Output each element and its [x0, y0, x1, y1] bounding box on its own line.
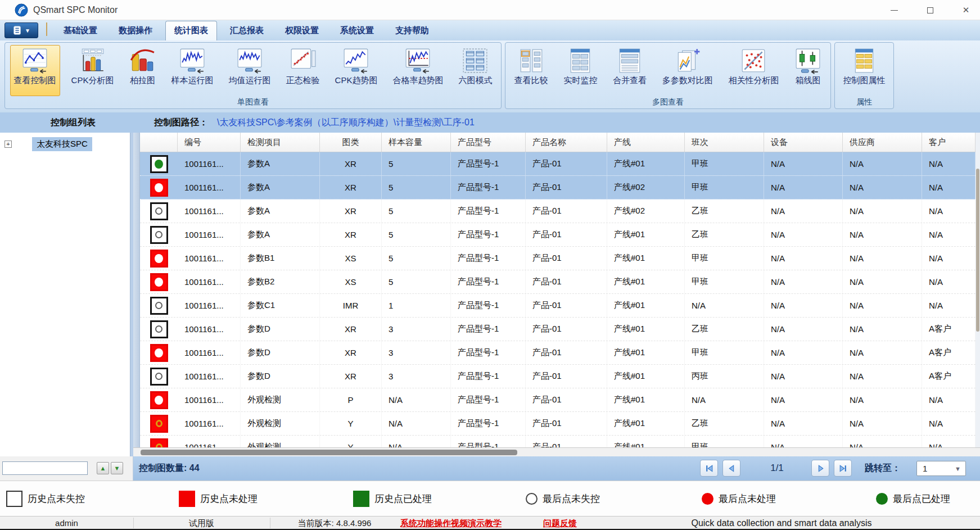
menu-tab-6[interactable]: 系统设置 [332, 21, 382, 40]
table-cell: 1001161... [178, 412, 241, 435]
table-cell: 甲班 [685, 152, 764, 175]
status-dot [155, 325, 162, 333]
table-row-11[interactable]: 1001161...外观检测PN/A产品型号-1产品-01产线#01N/AN/A… [140, 388, 976, 412]
table-cell: 1001161... [178, 318, 241, 341]
ribbon-pareto-button[interactable]: 柏拉图 [125, 45, 160, 96]
table-row-9[interactable]: 1001161...参数DXR3产品型号-1产品-01产线#01甲班N/AN/A… [140, 341, 976, 365]
column-header-10[interactable]: 供应商 [843, 133, 922, 152]
close-button[interactable]: ✕ [958, 2, 974, 18]
ribbon-cpk-trend-button[interactable]: CPK趋势图 [331, 45, 382, 96]
table-cell: 外观检测 [241, 436, 320, 447]
pareto-icon [129, 47, 156, 74]
table-row-8[interactable]: 1001161...参数DXR3产品型号-1产品-01产线#01乙班N/AN/A… [140, 318, 976, 341]
column-header-3[interactable]: 图类 [320, 133, 382, 152]
table-row-5[interactable]: 1001161...参数B1XS5产品型号-1产品-01产线#01甲班N/AN/… [140, 247, 976, 270]
table-cell: 产品-01 [526, 247, 607, 270]
menu-tab-4[interactable]: 汇总报表 [222, 21, 272, 40]
status-bar: admin 试用版 当前版本: 4.8.4.996 系统功能操作视频演示教学 问… [0, 516, 980, 530]
menu-tabs: 基础设置数据操作统计图表汇总报表权限设置系统设置支持帮助 [53, 20, 440, 40]
feedback-link[interactable]: 问题反馈 [543, 518, 577, 529]
column-header-5[interactable]: 产品型号 [451, 133, 526, 152]
tree-search-input[interactable] [2, 461, 88, 475]
ribbon-view-compare-button[interactable]: 查看比较 [511, 45, 552, 96]
menu-tab-2[interactable]: 数据操作 [110, 21, 161, 40]
tree-down-button[interactable]: ▼ [111, 462, 123, 474]
table-cell: 参数A [241, 223, 320, 246]
ribbon-chart-props-button[interactable]: 控制图属性 [839, 45, 889, 96]
menu-tab-5[interactable]: 权限设置 [277, 21, 327, 40]
table-cell: 产线#01 [607, 341, 685, 364]
ribbon-correlation-button[interactable]: 相关性分析图 [724, 45, 783, 96]
app-menu-button[interactable]: ▼ [4, 22, 38, 38]
ribbon-button-label: 查看比较 [514, 75, 548, 86]
ribbon-six-chart-button[interactable]: 六图模式 [454, 45, 496, 96]
table-row-6[interactable]: 1001161...参数B2XS5产品型号-1产品-01产线#01甲班N/AN/… [140, 270, 976, 294]
ribbon-boxplot-button[interactable]: 箱线图 [791, 45, 825, 96]
table-row-2[interactable]: 1001161...参数AXR5产品型号-1产品-01产线#02甲班N/AN/A… [140, 176, 976, 200]
ribbon-multi-param-button[interactable]: 多参数对比图 [658, 45, 717, 96]
table-row-3[interactable]: 1001161...参数AXR5产品型号-1产品-01产线#02乙班N/AN/A… [140, 200, 976, 223]
table-cell: 产品-01 [526, 223, 607, 246]
column-header-11[interactable]: 客户 [922, 133, 976, 152]
vertical-scrollbar[interactable] [976, 133, 980, 447]
table-cell: 产品-01 [526, 436, 607, 447]
tree-item[interactable]: + 太友科技SPC [0, 137, 130, 151]
vertical-scrollbar-thumb[interactable] [976, 169, 979, 332]
table-cell: 产品型号-1 [451, 365, 526, 388]
first-page-button[interactable] [700, 460, 718, 477]
ribbon-control-chart-button[interactable]: 查看控制图 [10, 45, 60, 96]
ribbon-merge-view-button[interactable]: 合并查看 [609, 45, 651, 96]
column-header-6[interactable]: 产品名称 [526, 133, 607, 152]
column-header-9[interactable]: 设备 [764, 133, 843, 152]
last-page-button[interactable] [834, 460, 852, 477]
table-cell: N/A [843, 176, 922, 199]
column-header-0[interactable] [140, 133, 178, 152]
tree-node-label[interactable]: 太友科技SPC [32, 137, 92, 151]
ribbon-group-label: 属性 [835, 97, 893, 107]
chart-count-label: 控制图数量: 44 [139, 463, 200, 474]
video-tutorial-link[interactable]: 系统功能操作视频演示教学 [400, 518, 502, 529]
column-header-2[interactable]: 检测项目 [241, 133, 320, 152]
table-cell: N/A [382, 436, 451, 447]
ribbon-cpk-analysis-button[interactable]: CPK分析图 [67, 45, 118, 96]
table-row-1[interactable]: 1001161...参数AXR5产品型号-1产品-01产线#01甲班N/AN/A… [140, 152, 976, 176]
cpk-analysis-icon [79, 47, 106, 74]
minimize-button[interactable] [886, 2, 902, 18]
jump-page-select[interactable]: 1 ▼ [916, 461, 966, 476]
next-page-button[interactable] [811, 460, 829, 477]
tree-up-button[interactable]: ▲ [97, 462, 109, 474]
ribbon-mean-run-button[interactable]: 均值运行图 [224, 45, 274, 96]
horizontal-scrollbar-thumb[interactable] [141, 450, 517, 455]
ribbon-sample-run-button[interactable]: 样本运行图 [167, 45, 217, 96]
menu-tab-3[interactable]: 统计图表 [165, 21, 217, 40]
tree-search-area: ▲ ▼ [0, 456, 133, 481]
table-cell: 产品-01 [526, 200, 607, 223]
legend-item-circle-outline: 最后点未失控 [526, 481, 600, 517]
column-header-1[interactable]: 编号 [178, 133, 241, 152]
column-header-4[interactable]: 样本容量 [382, 133, 451, 152]
prev-page-button[interactable] [722, 460, 740, 477]
column-header-8[interactable]: 班次 [685, 133, 764, 152]
menu-tab-1[interactable]: 基础设置 [55, 21, 106, 40]
status-legend-bar: 历史点未失控历史点未处理历史点已处理最后点未失控最后点未处理最后点已处理 [0, 481, 980, 516]
tree-expand-icon[interactable]: + [4, 141, 12, 148]
status-dot [155, 254, 163, 263]
ribbon-realtime-monitor-button[interactable]: 实时监控 [559, 45, 601, 96]
table-cell: 甲班 [685, 176, 764, 199]
jump-page-value: 1 [923, 464, 927, 473]
maximize-button[interactable] [922, 2, 938, 18]
ribbon-passrate-trend-button[interactable]: 合格率趋势图 [389, 45, 447, 96]
horizontal-scrollbar[interactable] [133, 447, 980, 456]
table-row-12[interactable]: 1001161...外观检测YN/A产品型号-1产品-01产线#01乙班N/AN… [140, 412, 976, 436]
table-cell: N/A [843, 200, 922, 223]
column-header-7[interactable]: 产线 [607, 133, 685, 152]
table-row-7[interactable]: 1001161...参数C1IMR1产品型号-1产品-01产线#01N/AN/A… [140, 294, 976, 318]
table-row-10[interactable]: 1001161...参数DXR3产品型号-1产品-01产线#01丙班N/AN/A… [140, 365, 976, 388]
menu-tab-7[interactable]: 支持帮助 [387, 21, 437, 40]
table-row-13[interactable]: 1001161外观检测YN/A产品型号-1产品-01产线#01甲班N/AN/AN… [140, 436, 976, 447]
green-dot-status-icon [150, 155, 168, 173]
table-cell: 甲班 [685, 270, 764, 293]
table-cell: XR [320, 176, 382, 199]
ribbon-normality-button[interactable]: 正态检验 [282, 45, 324, 96]
table-row-4[interactable]: 1001161...参数AXR5产品型号-1产品-01产线#01乙班N/AN/A… [140, 223, 976, 247]
